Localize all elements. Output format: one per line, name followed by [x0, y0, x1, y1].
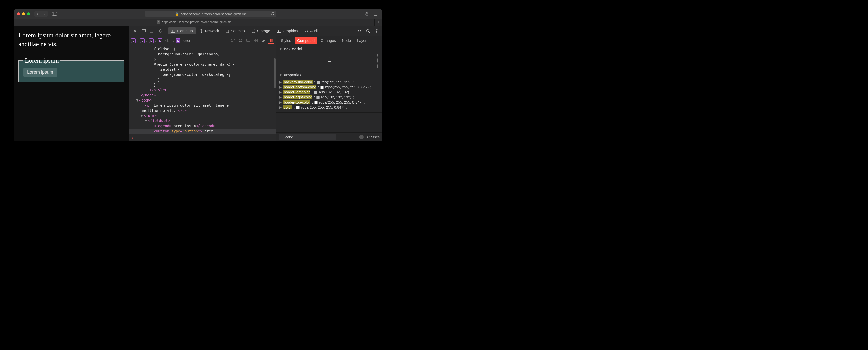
svg-rect-3: [374, 13, 377, 16]
property-row[interactable]: ▶background-color: rgb(192, 192, 192);: [278, 80, 380, 85]
svg-rect-29: [256, 39, 258, 40]
close-window-button[interactable]: [17, 12, 20, 16]
page-paragraph: Lorem ipsum dolor sit amet, legere ancil…: [19, 31, 124, 49]
box-model-diagram: 2 —: [281, 54, 378, 68]
close-devtools-button[interactable]: [132, 28, 138, 34]
new-tab-button[interactable]: +: [375, 20, 382, 25]
crumb-fieldset[interactable]: Efiel…: [158, 38, 172, 43]
more-tabs-button[interactable]: [356, 28, 363, 34]
dom-breadcrumbs: E › E › E › Efiel… › Ebutton: [129, 36, 276, 46]
back-button[interactable]: [34, 11, 41, 17]
svg-point-22: [376, 30, 377, 31]
styles-sidebar: Styles Computed Changes Node Layers ▼Box…: [276, 36, 382, 141]
minimize-window-button[interactable]: [22, 12, 25, 16]
property-row[interactable]: ▶border-bottom-color: rgba(255, 255, 255…: [278, 85, 380, 90]
devtools-toolbar: Elements Network Sources Storage Graphic…: [129, 26, 382, 36]
url-text: color-scheme-prefers-color-scheme.glitch…: [181, 12, 247, 16]
tabs-button[interactable]: [373, 11, 379, 17]
compositing-icon[interactable]: [268, 38, 274, 44]
property-row[interactable]: ▶border-left-color: rgb(192, 192, 192);: [278, 90, 380, 95]
tab-styles[interactable]: Styles: [278, 37, 294, 44]
filter-bar: ☰ ✕ Classes: [276, 132, 382, 141]
nav-back-forward: [34, 11, 48, 17]
crumb-2[interactable]: E: [140, 38, 145, 43]
inspect-element-button[interactable]: [157, 28, 164, 34]
svg-line-21: [369, 32, 370, 33]
svg-rect-0: [53, 12, 57, 16]
settings-button[interactable]: [373, 28, 380, 34]
svg-point-19: [278, 30, 279, 31]
tab-sources[interactable]: Sources: [222, 27, 248, 34]
window-controls: [17, 12, 30, 16]
tabbar: C https://color-scheme-prefers-color-sch…: [14, 19, 382, 26]
favicon: C: [157, 21, 160, 24]
filter-icon[interactable]: [376, 74, 380, 77]
rulers-icon[interactable]: [230, 38, 236, 44]
tab-layers[interactable]: Layers: [354, 37, 371, 44]
tab-storage[interactable]: Storage: [248, 27, 274, 34]
property-row[interactable]: ▶border-top-color: rgba(255, 255, 255, 0…: [278, 100, 380, 105]
clear-filter-button[interactable]: ✕: [359, 135, 364, 139]
console-prompt-row[interactable]: ›: [129, 134, 276, 141]
svg-point-17: [252, 29, 255, 30]
rendered-page: Lorem ipsum dolor sit amet, legere ancil…: [14, 26, 129, 141]
svg-rect-26: [247, 39, 250, 42]
elements-panel: E › E › E › Efiel… › Ebutton: [129, 36, 276, 141]
page-fieldset: Lorem ipsum Lorem ipsum: [19, 57, 124, 82]
box-model-section: ▼Box Model 2 —: [276, 46, 382, 71]
svg-rect-32: [270, 39, 271, 42]
dom-tree[interactable]: fieldset { background-color: gainsboro; …: [129, 46, 276, 134]
dock-side-button[interactable]: [149, 28, 155, 34]
paint-icon[interactable]: [260, 38, 267, 44]
reload-button[interactable]: [270, 12, 274, 16]
sidebar-tabs: Styles Computed Changes Node Layers: [276, 36, 382, 46]
svg-rect-8: [151, 29, 154, 32]
page-button[interactable]: Lorem ipsum: [24, 68, 57, 77]
properties-header[interactable]: ▼Properties: [276, 71, 382, 79]
grid-icon[interactable]: [253, 38, 259, 44]
tab-elements[interactable]: Elements: [168, 27, 196, 34]
zoom-window-button[interactable]: [27, 12, 30, 16]
tab-changes[interactable]: Changes: [318, 37, 338, 44]
tab-computed[interactable]: Computed: [295, 37, 317, 44]
svg-rect-24: [240, 39, 242, 40]
dock-bottom-button[interactable]: [140, 28, 147, 34]
tab-audit[interactable]: Audit: [301, 27, 322, 34]
tab-node[interactable]: Node: [339, 37, 353, 44]
page-legend: Lorem ipsum: [24, 57, 60, 64]
svg-rect-5: [142, 29, 146, 32]
dom-scrollbar[interactable]: [274, 58, 276, 88]
forward-button[interactable]: [41, 11, 48, 17]
box-model-header[interactable]: ▼Box Model: [276, 46, 382, 53]
lock-icon: 🔒: [175, 12, 179, 16]
property-row[interactable]: ▶border-right-color: rgb(192, 192, 192);: [278, 95, 380, 100]
tab-network[interactable]: Network: [196, 27, 222, 34]
svg-rect-30: [254, 41, 256, 42]
svg-rect-31: [256, 41, 258, 42]
print-icon[interactable]: [238, 38, 244, 44]
properties-section: ▼Properties ▶background-color: rgb(192, …: [276, 71, 382, 113]
share-button[interactable]: [364, 11, 370, 17]
browser-tab[interactable]: C https://color-scheme-prefers-color-sch…: [14, 19, 375, 26]
console-prompt-icon: ›: [132, 136, 133, 140]
svg-point-9: [159, 30, 162, 32]
sidebar-toggle-button[interactable]: [51, 11, 58, 17]
svg-rect-28: [254, 39, 256, 40]
crumb-1[interactable]: E: [131, 38, 136, 43]
property-row[interactable]: ▶color: rgba(255, 255, 255, 0.847);: [278, 105, 380, 110]
crumb-button[interactable]: Ebutton: [176, 38, 191, 43]
page-form: Lorem ipsum Lorem ipsum: [19, 57, 124, 82]
filter-input[interactable]: [279, 134, 336, 140]
crumb-3[interactable]: E: [149, 38, 154, 43]
svg-rect-4: [375, 12, 378, 15]
titlebar: 🔒 color-scheme-prefers-color-scheme.glit…: [14, 9, 382, 19]
svg-rect-33: [271, 39, 272, 42]
search-button[interactable]: [365, 28, 371, 34]
tab-graphics[interactable]: Graphics: [274, 27, 301, 34]
address-bar[interactable]: 🔒 color-scheme-prefers-color-scheme.glit…: [145, 10, 276, 17]
classes-button[interactable]: Classes: [367, 135, 380, 139]
svg-point-20: [366, 29, 369, 32]
device-icon[interactable]: [245, 38, 251, 44]
svg-rect-14: [171, 29, 175, 32]
workspace: Lorem ipsum dolor sit amet, legere ancil…: [14, 26, 382, 141]
